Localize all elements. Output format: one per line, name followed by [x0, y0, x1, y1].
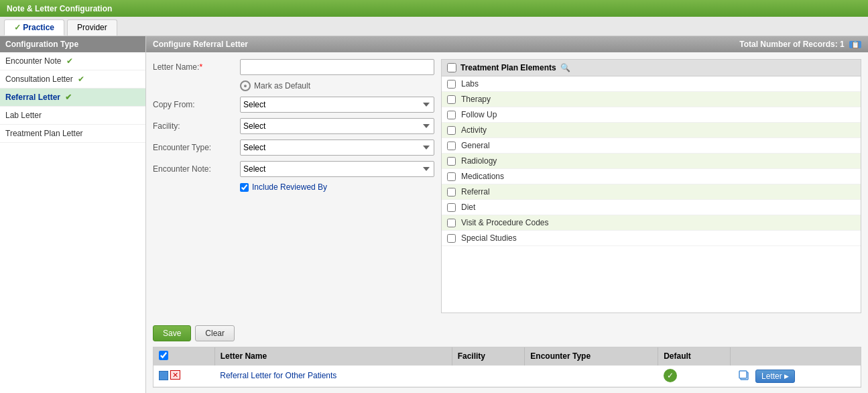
- labs-checkbox[interactable]: [447, 80, 456, 89]
- diet-label: Diet: [461, 203, 475, 212]
- copy-icon[interactable]: [738, 370, 750, 384]
- row-encounter-type: [525, 366, 658, 387]
- encounter-note-select[interactable]: Select: [240, 161, 434, 177]
- sidebar-item-referral-letter[interactable]: Referral Letter ✔: [0, 89, 145, 107]
- treatment-header-checkbox[interactable]: [447, 63, 456, 72]
- mark-as-default-row: ● Mark as Default: [153, 80, 434, 91]
- include-reviewed-by-checkbox[interactable]: [240, 183, 249, 192]
- records-icon: 📋: [849, 41, 861, 48]
- treatment-search-icon[interactable]: 🔍: [560, 63, 570, 72]
- include-reviewed-by-row: Include Reviewed By: [153, 182, 434, 192]
- practice-check-icon: ✓: [14, 23, 23, 32]
- encounter-type-select[interactable]: Select: [240, 139, 434, 156]
- row-actions: Letter ▶: [730, 366, 861, 387]
- treatment-item-therapy: Therapy: [442, 92, 861, 107]
- configure-header: Configure Referral Letter Total Number o…: [146, 36, 868, 52]
- letter-name-row: Letter Name:*: [153, 59, 434, 75]
- letter-name-label: Letter Name:*: [153, 62, 240, 72]
- medications-checkbox[interactable]: [447, 172, 456, 181]
- col-header-facility: Facility: [452, 347, 525, 366]
- copy-from-label: Copy From:: [153, 100, 240, 109]
- consultation-letter-check-icon: ✔: [78, 74, 84, 84]
- sidebar-lab-letter-label: Lab Letter: [5, 111, 42, 120]
- sidebar-header-label: Configuration Type: [5, 40, 78, 49]
- svg-rect-1: [739, 371, 747, 378]
- encounter-note-label: Encounter Note:: [153, 164, 240, 174]
- special-studies-checkbox[interactable]: [447, 234, 456, 243]
- include-reviewed-by-label[interactable]: Include Reviewed By: [252, 182, 327, 192]
- follow-up-label: Follow Up: [461, 110, 497, 119]
- activity-checkbox[interactable]: [447, 126, 456, 135]
- letter-btn-arrow-icon: ▶: [784, 373, 789, 380]
- form-container: Letter Name:* ● Mark as Default Copy Fro…: [146, 52, 868, 320]
- row-delete-icon[interactable]: [170, 370, 181, 381]
- sidebar-item-lab-letter[interactable]: Lab Letter: [0, 107, 145, 125]
- sidebar-referral-letter-label: Referral Letter: [5, 93, 60, 102]
- title-bar: Note & Letter Configuration: [0, 0, 868, 17]
- labs-label: Labs: [461, 79, 479, 89]
- table-header-checkbox[interactable]: [159, 351, 168, 360]
- treatment-item-visit-procedure: Visit & Procedure Codes: [442, 215, 861, 231]
- treatment-item-diet: Diet: [442, 200, 861, 215]
- diet-checkbox[interactable]: [447, 203, 456, 212]
- treatment-item-medications: Medications: [442, 169, 861, 184]
- treatment-item-general: General: [442, 138, 861, 154]
- clear-button[interactable]: Clear: [195, 325, 235, 341]
- sidebar-item-treatment-plan-letter[interactable]: Treatment Plan Letter: [0, 125, 145, 143]
- copy-from-select[interactable]: Select: [240, 97, 434, 113]
- title-text: Note & Letter Configuration: [7, 4, 112, 13]
- treatment-plan-header: Treatment Plan Elements 🔍: [442, 60, 861, 76]
- data-table: Letter Name Facility Encounter Type Defa…: [153, 347, 861, 388]
- left-form: Letter Name:* ● Mark as Default Copy Fro…: [153, 59, 434, 313]
- special-studies-label: Special Studies: [461, 233, 517, 243]
- col-header-checkbox: [153, 347, 214, 366]
- referral-checkbox[interactable]: [447, 188, 456, 196]
- copy-from-row: Copy From: Select: [153, 97, 434, 113]
- sidebar-header: Configuration Type: [0, 36, 145, 52]
- radiology-label: Radiology: [461, 156, 497, 166]
- letter-name-input[interactable]: [240, 59, 434, 75]
- tab-provider[interactable]: Provider: [67, 19, 117, 36]
- row-checkbox-cell: [153, 366, 214, 387]
- treatment-item-special-studies: Special Studies: [442, 231, 861, 246]
- treatment-item-radiology: Radiology: [442, 154, 861, 169]
- treatment-plan-panel: Treatment Plan Elements 🔍 Labs Therapy F…: [441, 59, 861, 313]
- general-checkbox[interactable]: [447, 142, 456, 150]
- follow-up-checkbox[interactable]: [447, 111, 456, 119]
- action-buttons: Save Clear: [146, 320, 868, 347]
- mark-default-label: Mark as Default: [254, 81, 310, 91]
- facility-label: Facility:: [153, 121, 240, 131]
- encounter-type-row: Encounter Type: Select: [153, 139, 434, 156]
- configure-title: Configure Referral Letter: [153, 40, 248, 49]
- radiology-checkbox[interactable]: [447, 157, 456, 166]
- save-button[interactable]: Save: [153, 325, 191, 341]
- medications-label: Medications: [461, 172, 504, 181]
- general-label: General: [461, 141, 490, 150]
- treatment-item-activity: Activity: [442, 123, 861, 138]
- therapy-checkbox[interactable]: [447, 95, 456, 104]
- visit-procedure-checkbox[interactable]: [447, 219, 456, 227]
- tab-practice[interactable]: ✓ Practice: [4, 19, 64, 36]
- data-table-container: Letter Name Facility Encounter Type Defa…: [153, 347, 861, 388]
- tab-bar: ✓ Practice Provider: [0, 17, 868, 36]
- referral-label: Referral: [461, 187, 490, 196]
- sidebar: Configuration Type Encounter Note ✔ Cons…: [0, 36, 146, 393]
- sidebar-consultation-letter-label: Consultation Letter: [5, 74, 73, 84]
- col-header-letter-name: Letter Name: [214, 347, 452, 366]
- row-facility: [452, 366, 525, 387]
- sidebar-item-consultation-letter[interactable]: Consultation Letter ✔: [0, 70, 145, 89]
- encounter-type-label: Encounter Type:: [153, 143, 240, 152]
- tab-practice-label: Practice: [23, 23, 54, 32]
- facility-row: Facility: Select: [153, 118, 434, 134]
- row-default: ✓: [658, 366, 730, 387]
- letter-button[interactable]: Letter ▶: [755, 370, 795, 383]
- total-records: Total Number of Records: 1 📋: [739, 40, 861, 49]
- main-content: Configuration Type Encounter Note ✔ Cons…: [0, 36, 868, 393]
- col-header-default: Default: [658, 347, 730, 366]
- referral-letter-check-icon: ✔: [65, 93, 72, 102]
- facility-select[interactable]: Select: [240, 118, 434, 134]
- sidebar-encounter-note-label: Encounter Note: [5, 56, 61, 66]
- row-checkbox-blue[interactable]: [159, 371, 168, 380]
- mark-default-icon: ●: [240, 80, 251, 91]
- sidebar-item-encounter-note[interactable]: Encounter Note ✔: [0, 52, 145, 70]
